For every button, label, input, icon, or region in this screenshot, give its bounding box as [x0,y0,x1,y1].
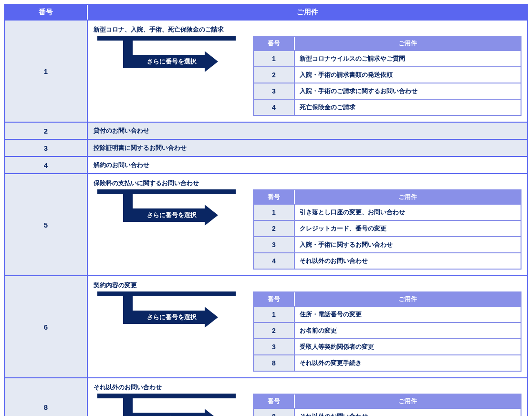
row-body: 契約内容の変更さらに番号を選択番号ご用件1住所・電話番号の変更2お名前の変更3受… [88,276,527,377]
sub-row: 4それ以外のお問い合わせ [254,252,521,269]
sub-row-number: 2 [254,221,295,236]
flow-label: さらに番号を選択 [123,55,205,68]
sub-header-number: 番号 [254,190,295,204]
flow-label: さらに番号を選択 [123,311,205,324]
sub-row-number: 4 [254,253,295,269]
flow-diagram: さらに番号を選択 [94,189,251,226]
sub-row: 2入院・手術の請求書類の発送依頼 [254,66,521,83]
row-number: 4 [5,157,88,173]
sub-header-label: ご用件 [295,292,521,306]
sub-row: 2クレジットカード、番号の変更 [254,220,521,236]
sub-row: 8それ以外のお問い合わせ [254,408,521,416]
row-number: 5 [5,174,88,275]
sub-row: 1新型コロナウイルスのご請求やご質問 [254,50,521,66]
arrow-right-icon [205,51,218,72]
flow-diagram: さらに番号を選択 [94,394,251,416]
sub-row: 4死亡保険金のご請求 [254,99,521,115]
sub-row-label: 引き落とし口座の変更、お問い合わせ [295,205,521,220]
sub-row-number: 8 [254,355,295,371]
row-body: それ以外のお問い合わせさらに番号を選択番号ご用件8それ以外のお問い合わせ [88,378,527,416]
sub-row-number: 2 [254,67,295,83]
sub-header: 番号ご用件 [254,190,521,204]
sub-row-label: 入院・手術に関するお問い合わせ [295,237,521,252]
row-body: 保険料の支払いに関するお問い合わせさらに番号を選択番号ご用件1引き落とし口座の変… [88,174,527,275]
sub-header-number: 番号 [254,292,295,306]
sub-table: 番号ご用件1新型コロナウイルスのご請求やご質問2入院・手術の請求書類の発送依頼3… [253,36,522,116]
row-number: 6 [5,276,88,377]
sub-header: 番号ご用件 [254,292,521,306]
sub-row: 8それ以外の変更手続き [254,354,521,371]
flow-label-wrap: さらに番号を選択 [123,51,251,72]
menu-row: 5保険料の支払いに関するお問い合わせさらに番号を選択番号ご用件1引き落とし口座の… [5,173,527,275]
row-split: さらに番号を選択番号ご用件1新型コロナウイルスのご請求やご質問2入院・手術の請求… [94,36,522,116]
menu-row: 3控除証明書に関するお問い合わせ [5,139,527,156]
sub-header-label: ご用件 [295,190,521,204]
row-topic: 新型コロナ、入院、手術、死亡保険金のご請求 [94,25,522,34]
sub-row-label: 受取人等契約関係者の変更 [295,339,521,354]
sub-row-number: 8 [254,409,295,416]
sub-header-label: ご用件 [295,37,521,50]
sub-header: 番号ご用件 [254,37,521,50]
sub-row-label: 新型コロナウイルスのご請求やご質問 [295,51,521,66]
header-label: ご用件 [88,5,527,20]
row-number: 2 [5,123,88,139]
sub-row-number: 1 [254,51,295,66]
sub-row-label: 入院・手術の請求書類の発送依頼 [295,67,521,83]
sub-row-label: それ以外のお問い合わせ [295,409,521,416]
sub-row: 3入院・手術に関するお問い合わせ [254,236,521,252]
row-topic: それ以外のお問い合わせ [94,383,522,392]
row-number: 1 [5,21,88,122]
row-body: 控除証明書に関するお問い合わせ [88,140,527,156]
sub-header: 番号ご用件 [254,395,521,408]
menu-row: 2貸付のお問い合わせ [5,122,527,139]
sub-table: 番号ご用件1引き落とし口座の変更、お問い合わせ2クレジットカード、番号の変更3入… [253,189,522,270]
sub-row-number: 3 [254,237,295,252]
sub-row: 2お名前の変更 [254,322,521,338]
sub-row: 3入院・手術のご請求に関するお問い合わせ [254,83,521,99]
flow-hbar [97,36,236,41]
sub-header-number: 番号 [254,395,295,408]
sub-row-label: クレジットカード、番号の変更 [295,221,521,236]
row-body: 解約のお問い合わせ [88,157,527,173]
row-number: 3 [5,140,88,156]
flow-hbar [97,291,236,296]
menu-row: 1新型コロナ、入院、手術、死亡保険金のご請求さらに番号を選択番号ご用件1新型コロ… [5,20,527,122]
main-header: 番号 ご用件 [5,5,527,20]
sub-row-number: 2 [254,323,295,338]
sub-row: 1引き落とし口座の変更、お問い合わせ [254,204,521,220]
row-body: 貸付のお問い合わせ [88,123,527,139]
sub-row-number: 4 [254,100,295,115]
flow-label: さらに番号を選択 [123,208,205,222]
flow-hbar [97,394,236,398]
flow-label-wrap: さらに番号を選択 [123,409,251,416]
sub-header-number: 番号 [254,37,295,50]
arrow-right-icon [205,409,218,416]
row-body: 新型コロナ、入院、手術、死亡保険金のご請求さらに番号を選択番号ご用件1新型コロナ… [88,21,527,122]
row-number: 8 [5,378,88,416]
sub-header-label: ご用件 [295,395,521,408]
menu-row: 4解約のお問い合わせ [5,156,527,173]
row-split: さらに番号を選択番号ご用件1引き落とし口座の変更、お問い合わせ2クレジットカード… [94,189,522,270]
sub-row: 1住所・電話番号の変更 [254,306,521,322]
sub-row: 3受取人等契約関係者の変更 [254,338,521,354]
sub-row-number: 1 [254,307,295,322]
arrow-right-icon [205,205,218,226]
sub-table: 番号ご用件8それ以外のお問い合わせ [253,394,522,416]
sub-row-label: それ以外の変更手続き [295,355,521,371]
arrow-right-icon [205,307,218,328]
sub-row-number: 1 [254,205,295,220]
sub-row-label: 死亡保険金のご請求 [295,100,521,115]
row-split: さらに番号を選択番号ご用件1住所・電話番号の変更2お名前の変更3受取人等契約関係… [94,291,522,372]
flow-diagram: さらに番号を選択 [94,36,251,72]
menu-row: 8それ以外のお問い合わせさらに番号を選択番号ご用件8それ以外のお問い合わせ [5,377,527,416]
header-number: 番号 [5,5,88,20]
flow-diagram: さらに番号を選択 [94,291,251,328]
sub-row-number: 3 [254,83,295,99]
row-split: さらに番号を選択番号ご用件8それ以外のお問い合わせ [94,394,522,416]
flow-label-wrap: さらに番号を選択 [123,307,251,328]
sub-row-number: 3 [254,339,295,354]
flow-hbar [97,189,236,194]
ivr-menu-table: 番号 ご用件 1新型コロナ、入院、手術、死亡保険金のご請求さらに番号を選択番号ご… [4,4,528,416]
row-topic: 契約内容の変更 [94,281,522,290]
sub-row-label: それ以外のお問い合わせ [295,253,521,269]
